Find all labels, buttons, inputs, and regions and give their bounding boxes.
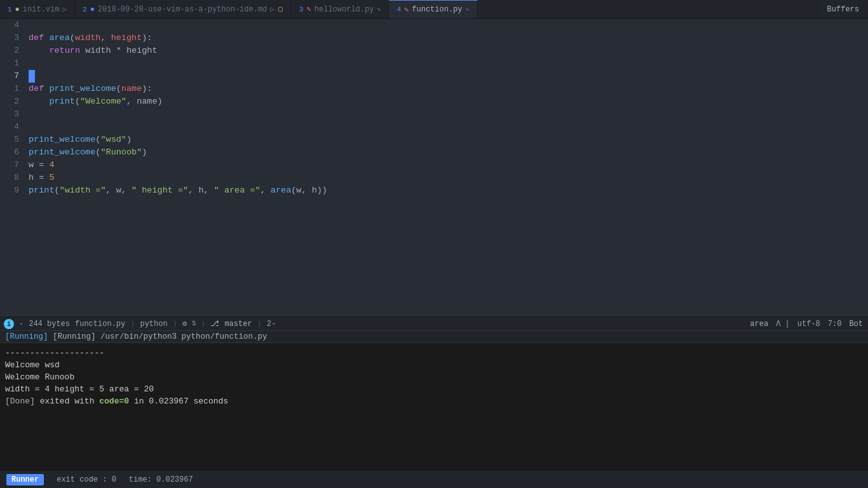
terminal-line2: Welcome Runoob: [5, 371, 863, 383]
code-line: 1: [0, 57, 868, 70]
code-line: 3: [0, 108, 868, 121]
status-gear-icon: ⚙: [182, 319, 187, 329]
runner-label: Runner: [6, 474, 44, 485]
status-filename: function.py: [75, 320, 125, 329]
terminal-line1: Welcome wsd: [5, 359, 863, 371]
status-position: 7:0: [828, 320, 842, 329]
line-number: 3: [0, 32, 25, 44]
runner-time: time: 0.023967: [129, 475, 193, 484]
tab-num-4: 4: [397, 6, 401, 13]
code-line: 2 return width * height: [0, 44, 868, 57]
tab-dot-4: ✎: [404, 5, 409, 15]
editor-area: 4 3 def area(width, height): 2 return wi…: [0, 19, 868, 330]
line-number: 5: [0, 133, 25, 146]
line-number: 1: [0, 83, 25, 95]
status-s-label: S: [192, 320, 196, 327]
tab-label-4: function.py: [412, 5, 462, 14]
line-number: 8: [0, 172, 25, 184]
status-lambda-icon: Λ |: [776, 320, 790, 329]
done-bracket: [Done]: [5, 396, 35, 406]
tab-num-3: 3: [299, 6, 304, 13]
status-separator2: ⟩: [173, 319, 177, 329]
status-separator3: ⟩: [201, 319, 205, 329]
line-number: 2: [0, 95, 25, 108]
tab-helloworld[interactable]: 3 ✎ helloworld.py ✎: [292, 0, 390, 18]
line-content: def area(width, height):: [25, 32, 152, 44]
code-line: 8 h = 5: [0, 172, 868, 184]
line-content-cursor: [25, 70, 35, 83]
terminal-separator: --------------------: [5, 347, 863, 359]
tab-init-vim[interactable]: 1 ● init.vim ▷: [0, 0, 75, 18]
status-right: area Λ | utf-8 7:0 Bot: [750, 320, 868, 329]
code-line: 6 print_welcome("Runoob"): [0, 146, 868, 159]
tab-flag-4: ✎: [466, 6, 470, 13]
buffers-label: Buffers: [827, 5, 859, 14]
done-code: code=0: [99, 396, 129, 406]
tab-bar: 1 ● init.vim ▷ 2 ● 2018-09-28-use-vim-as…: [0, 0, 868, 19]
tab-num-2: 2: [83, 6, 87, 13]
status-left: i - 244 bytes function.py ⟩ python ⟩ ⚙ S…: [0, 319, 276, 329]
line-content: print_welcome("wsd"): [25, 133, 132, 146]
status-branch: master: [224, 320, 252, 329]
tab-dot-3: ✎: [307, 4, 311, 14]
line-content: def print_welcome(name):: [25, 83, 152, 95]
line-number: 7: [0, 159, 25, 172]
code-line: 1 def print_welcome(name):: [0, 83, 868, 95]
status-encoding: utf-8: [797, 320, 820, 329]
line-number: 9: [0, 184, 25, 197]
tab-vim-python-ide[interactable]: 2 ● 2018-09-28-use-vim-as-a-python-ide.m…: [75, 0, 292, 18]
tab-label-2: 2018-09-28-use-vim-as-a-python-ide.md: [98, 5, 267, 14]
buffers-button[interactable]: Buffers: [818, 0, 868, 18]
code-lines: 4 3 def area(width, height): 2 return wi…: [0, 19, 868, 316]
code-line: 4: [0, 121, 868, 133]
runner-exit-code: exit code : 0: [57, 475, 116, 484]
terminal-area: [Running] [Running] /usr/bin/python3 pyt…: [0, 330, 868, 470]
code-line: 4: [0, 19, 868, 32]
tab-flag-2: ▷: [270, 5, 275, 13]
line-number: 2: [0, 44, 25, 57]
line-content: return width * height: [25, 44, 158, 57]
line-number: 3: [0, 108, 25, 121]
line-content: print_welcome("Runoob"): [25, 146, 147, 159]
running-command: [Running] /usr/bin/python3 python/functi…: [53, 332, 268, 341]
line-number: 1: [0, 57, 25, 70]
status-branch-icon: ⎇: [210, 319, 219, 329]
tab-dot-2: ●: [90, 5, 95, 14]
line-number-current: 7: [0, 70, 25, 83]
terminal-running-line: [Running] [Running] /usr/bin/python3 pyt…: [0, 331, 868, 343]
code-line: 7 w = 4: [0, 159, 868, 172]
status-extra: 2-: [267, 320, 276, 329]
tab-label-1: init.vim: [23, 5, 60, 14]
tab-num-1: 1: [8, 6, 12, 13]
status-filetype: python: [140, 320, 167, 329]
tab-flag-3: ✎: [377, 6, 381, 13]
line-content: w = 4: [25, 159, 55, 172]
line-number: 4: [0, 121, 25, 133]
status-separator4: ⟩: [257, 319, 262, 329]
line-number: 6: [0, 146, 25, 159]
cursor: [29, 70, 35, 83]
code-line: 3 def area(width, height):: [0, 32, 868, 44]
running-bracket: [Running]: [5, 332, 48, 341]
terminal-done-line: [Done] exited with code=0 in 0.023967 se…: [5, 395, 863, 407]
status-info-icon: i: [4, 319, 14, 329]
code-container[interactable]: 4 3 def area(width, height): 2 return wi…: [0, 19, 868, 316]
status-fn-name: area: [750, 320, 768, 329]
runner-bar: Runner exit code : 0 time: 0.023967: [0, 470, 868, 488]
status-bytes: 244 bytes: [29, 320, 70, 329]
done-suffix: in 0.023967 seconds: [134, 396, 228, 406]
code-line-cursor: 7: [0, 70, 868, 83]
tab-flag-1: ▷: [62, 5, 67, 13]
line-content: h = 5: [25, 172, 55, 184]
terminal-output: -------------------- Welcome wsd Welcome…: [0, 343, 868, 470]
code-line: 5 print_welcome("wsd"): [0, 133, 868, 146]
tab-md-icon: ⬡: [278, 6, 283, 13]
status-bar: i - 244 bytes function.py ⟩ python ⟩ ⚙ S…: [0, 316, 868, 330]
tab-label-3: helloworld.py: [315, 5, 374, 14]
tab-dot-1: ●: [15, 5, 20, 14]
tab-function-py[interactable]: 4 ✎ function.py ✎: [389, 0, 477, 18]
code-line: 2 print("Welcome", name): [0, 95, 868, 108]
status-bot: Bot: [849, 320, 863, 329]
line-number: 4: [0, 19, 25, 32]
status-dash: -: [19, 320, 24, 329]
